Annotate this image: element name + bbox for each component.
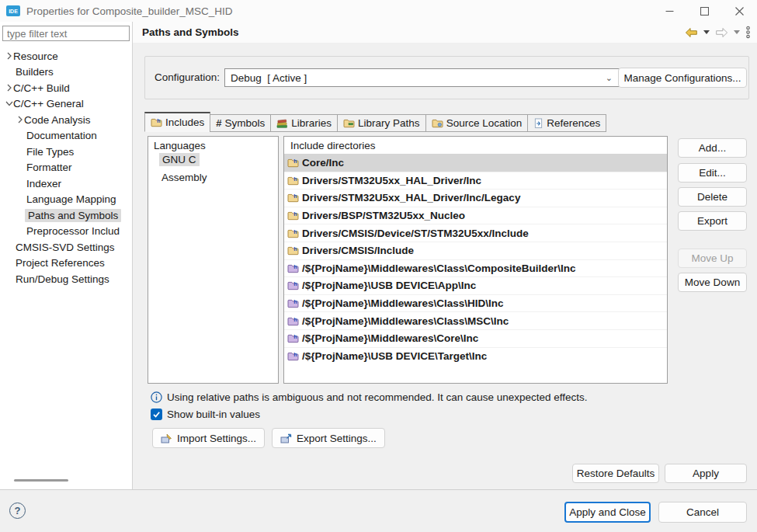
- chevron-right-icon[interactable]: [5, 84, 13, 92]
- check-icon: [152, 410, 161, 419]
- restore-defaults-button[interactable]: Restore Defaults: [572, 464, 659, 483]
- delete-button[interactable]: Delete: [678, 187, 747, 207]
- tab-bar: h Includes # Symbols Libraries Library P…: [144, 112, 606, 132]
- chevron-down-icon: [734, 30, 740, 34]
- forward-menu-button[interactable]: [734, 30, 740, 34]
- include-row[interactable]: h /${ProjName}\USB DEVICE\App\Inc: [284, 276, 667, 294]
- tree-item-resource[interactable]: Resource: [0, 48, 132, 64]
- chevron-down-icon: ⌄: [606, 73, 613, 83]
- tab-library-paths[interactable]: Library Paths: [337, 114, 426, 132]
- configuration-value: Debug [ Active ]: [231, 72, 307, 84]
- hash-icon: #: [216, 117, 221, 129]
- show-built-in-values-checkbox[interactable]: [151, 409, 162, 420]
- include-row[interactable]: h /${ProjName}\Middlewares\Class\MSC\Inc: [284, 311, 667, 329]
- svg-text:h: h: [293, 317, 297, 322]
- library-folder-icon: [343, 118, 355, 128]
- languages-header: Languages: [148, 137, 278, 153]
- workspace-include-folder-icon: h: [287, 280, 299, 290]
- svg-text:h: h: [293, 211, 297, 217]
- app-icon: IDE: [6, 5, 20, 16]
- configuration-label: Configuration:: [155, 71, 220, 83]
- chevron-right-icon[interactable]: [16, 116, 24, 123]
- include-row[interactable]: h Drivers/STM32U5xx_HAL_Driver/Inc/Legac…: [284, 189, 667, 207]
- move-down-button[interactable]: Move Down: [678, 273, 747, 292]
- tree-item-documentation[interactable]: Documentation: [0, 128, 132, 144]
- language-item-gnu-c[interactable]: GNU C: [148, 153, 278, 169]
- back-button[interactable]: [685, 27, 698, 38]
- apply-button[interactable]: Apply: [665, 464, 747, 483]
- books-icon: [276, 118, 288, 129]
- include-row[interactable]: h Drivers/CMSIS/Include: [284, 242, 667, 259]
- forward-button[interactable]: [715, 27, 728, 38]
- export-settings-button[interactable]: Export Settings...: [272, 428, 385, 448]
- workspace-include-folder-icon: h: [287, 351, 299, 361]
- export-button[interactable]: Export: [678, 211, 747, 231]
- minimize-button[interactable]: [652, 1, 687, 22]
- chevron-down-icon[interactable]: [5, 101, 13, 106]
- help-button[interactable]: ?: [9, 502, 26, 519]
- tree-item-formatter[interactable]: Formatter: [0, 160, 132, 176]
- tab-references[interactable]: References: [527, 114, 606, 132]
- include-row[interactable]: h Core/Inc: [284, 154, 667, 172]
- language-item-assembly[interactable]: Assembly: [148, 169, 278, 186]
- view-menu-button[interactable]: [745, 26, 751, 39]
- tab-libraries[interactable]: Libraries: [270, 114, 338, 132]
- configuration-select[interactable]: Debug [ Active ] ⌄: [224, 68, 620, 87]
- include-row[interactable]: h /${ProjName}\Middlewares\Class\HID\Inc: [284, 294, 667, 312]
- include-folder-icon: h: [287, 245, 299, 256]
- include-row[interactable]: h Drivers/CMSIS/Device/ST/STM32U5xx/Incl…: [284, 224, 667, 242]
- maximize-button[interactable]: [687, 1, 722, 22]
- info-icon: [151, 391, 162, 403]
- import-settings-button[interactable]: Import Settings...: [152, 428, 265, 448]
- chevron-right-icon[interactable]: [5, 52, 13, 60]
- svg-text:h: h: [293, 246, 297, 252]
- manage-configurations-button[interactable]: Manage Configurations...: [618, 68, 747, 88]
- page-title: Paths and Symbols: [142, 26, 239, 38]
- tree-item-code-analysis[interactable]: Code Analysis: [0, 112, 132, 128]
- horizontal-scrollbar[interactable]: [14, 479, 68, 482]
- include-row[interactable]: h Drivers/STM32U5xx_HAL_Driver/Inc: [284, 172, 667, 190]
- tab-source-location[interactable]: Source Location: [425, 114, 529, 132]
- tree-item-cpp-general[interactable]: C/C++ General: [0, 96, 132, 113]
- properties-tree: Resource Builders C/C++ Build C/C++ Gene…: [0, 48, 132, 287]
- apply-and-close-button[interactable]: Apply and Close: [564, 502, 651, 523]
- tree-item-cmsis-svd-settings[interactable]: CMSIS-SVD Settings: [0, 239, 132, 256]
- export-settings-icon: [280, 433, 292, 443]
- add-button[interactable]: Add...: [678, 138, 747, 158]
- forward-arrow-icon: [715, 27, 728, 38]
- workspace-include-folder-icon: h: [287, 263, 299, 273]
- dialog-footer: ? Apply and Close Cancel: [0, 489, 757, 532]
- include-folder-icon: h: [151, 117, 162, 127]
- tree-item-preprocessor-include[interactable]: Preprocessor Includ: [0, 224, 132, 240]
- tree-item-builders[interactable]: Builders: [0, 64, 132, 81]
- svg-text:h: h: [293, 229, 297, 235]
- tree-item-project-references[interactable]: Project References: [0, 256, 132, 272]
- back-menu-button[interactable]: [703, 30, 710, 34]
- relative-paths-warning: Using relative paths is ambiguous and no…: [167, 391, 588, 403]
- svg-text:h: h: [293, 299, 297, 304]
- tree-item-run-debug-settings[interactable]: Run/Debug Settings: [0, 271, 132, 287]
- include-folder-icon: h: [287, 176, 299, 186]
- tab-includes[interactable]: h Includes: [144, 112, 210, 132]
- source-folder-icon: [432, 118, 443, 128]
- filter-input[interactable]: [2, 26, 130, 41]
- include-folder-icon: h: [287, 158, 299, 168]
- include-folder-icon: h: [287, 193, 299, 203]
- edit-button[interactable]: Edit...: [678, 163, 747, 183]
- page-header: Paths and Symbols: [133, 22, 757, 43]
- include-row[interactable]: h /${ProjName}\Middlewares\Class\Composi…: [284, 259, 667, 277]
- tree-item-cpp-build[interactable]: C/C++ Build: [0, 80, 132, 96]
- cancel-button[interactable]: Cancel: [658, 502, 747, 523]
- close-button[interactable]: [722, 1, 757, 22]
- tab-symbols[interactable]: # Symbols: [210, 114, 271, 132]
- tree-item-indexer[interactable]: Indexer: [0, 176, 132, 192]
- svg-text:h: h: [157, 118, 160, 123]
- tree-item-language-mapping[interactable]: Language Mapping: [0, 192, 132, 208]
- paths-and-symbols-page: Configuration: Debug [ Active ] ⌄ Manage…: [133, 43, 757, 489]
- include-row[interactable]: h /${ProjName}\USB DEVICE\Target\Inc: [284, 347, 667, 365]
- include-row[interactable]: h /${ProjName}\Middlewares\Core\Inc: [284, 329, 667, 347]
- tree-item-file-types[interactable]: File Types: [0, 144, 132, 160]
- tree-item-paths-and-symbols[interactable]: Paths and Symbols: [0, 207, 132, 224]
- svg-text:h: h: [293, 334, 297, 339]
- include-row[interactable]: h Drivers/BSP/STM32U5xx_Nucleo: [284, 207, 667, 224]
